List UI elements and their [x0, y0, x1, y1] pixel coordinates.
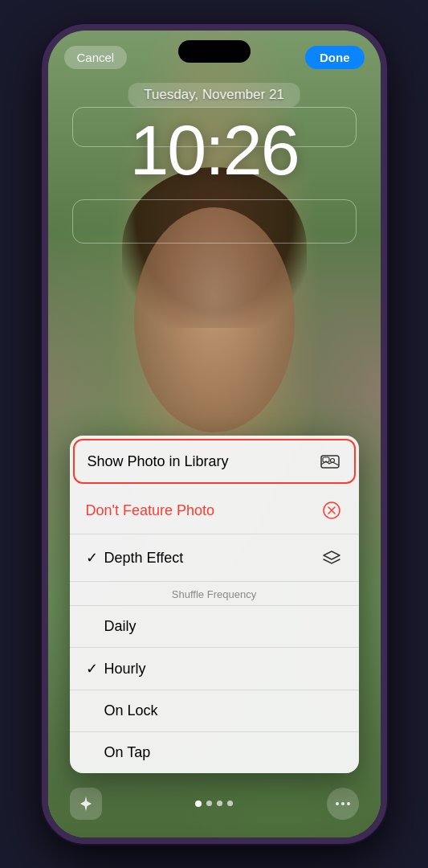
on-lock-label: On Lock	[104, 702, 158, 719]
more-icon	[327, 788, 359, 820]
daily-left: Daily	[86, 618, 137, 635]
shuffle-frequency-label: Shuffle Frequency	[70, 582, 359, 606]
show-photo-left: Show Photo in Library	[88, 453, 229, 470]
dot-1	[195, 800, 202, 807]
dynamic-island	[178, 40, 251, 63]
depth-effect-label: Depth Effect	[104, 550, 184, 567]
on-lock-check	[86, 702, 98, 719]
time-display: 10:26	[129, 115, 298, 186]
daily-label: Daily	[104, 618, 137, 635]
hourly-check: ✓	[86, 660, 98, 678]
bottom-toolbar	[48, 777, 381, 837]
dot-3	[217, 800, 222, 806]
svg-point-4	[336, 802, 339, 805]
on-lock-left: On Lock	[86, 702, 158, 719]
hourly-left: ✓ Hourly	[86, 660, 146, 678]
svg-point-6	[347, 802, 350, 805]
daily-check	[86, 618, 98, 635]
depth-effect-item[interactable]: ✓ Depth Effect	[70, 534, 359, 582]
dont-feature-left: Don't Feature Photo	[86, 502, 215, 519]
show-photo-label: Show Photo in Library	[88, 453, 229, 470]
on-tap-label: On Tap	[104, 744, 151, 761]
photo-library-icon	[319, 450, 341, 473]
page-dots	[195, 800, 233, 807]
time-text: 10:26	[129, 110, 298, 190]
done-button[interactable]: Done	[305, 46, 365, 69]
date-pill: Tuesday, November 21	[128, 83, 300, 107]
lock-screen: Cancel Done Tuesday, November 21 10:26 S…	[48, 31, 381, 837]
depth-effect-check: ✓	[86, 549, 98, 567]
show-photo-item[interactable]: Show Photo in Library	[73, 439, 356, 484]
layers-icon	[320, 547, 343, 569]
phone-frame: Cancel Done Tuesday, November 21 10:26 S…	[42, 24, 387, 844]
on-tap-left: On Tap	[86, 744, 151, 761]
dont-feature-item[interactable]: Don't Feature Photo	[70, 487, 359, 534]
xmark-circle-icon	[320, 499, 343, 522]
hourly-label: Hourly	[104, 661, 146, 678]
dot-4	[227, 800, 233, 806]
widget-bottom	[72, 199, 357, 244]
on-tap-item[interactable]: On Tap	[70, 732, 359, 773]
dot-2	[206, 800, 212, 806]
on-lock-item[interactable]: On Lock	[70, 690, 359, 732]
cancel-button[interactable]: Cancel	[64, 46, 128, 69]
more-button[interactable]	[325, 786, 361, 821]
on-tap-check	[86, 744, 98, 761]
svg-point-5	[341, 802, 344, 805]
dont-feature-label: Don't Feature Photo	[86, 502, 215, 519]
magic-button[interactable]	[68, 786, 104, 821]
date-text: Tuesday, November 21	[144, 87, 284, 102]
context-menu: Show Photo in Library Don't Feature Phot…	[70, 436, 359, 773]
hourly-item[interactable]: ✓ Hourly	[70, 648, 359, 690]
magic-icon	[70, 788, 102, 820]
depth-effect-left: ✓ Depth Effect	[86, 549, 184, 567]
daily-item[interactable]: Daily	[70, 606, 359, 648]
